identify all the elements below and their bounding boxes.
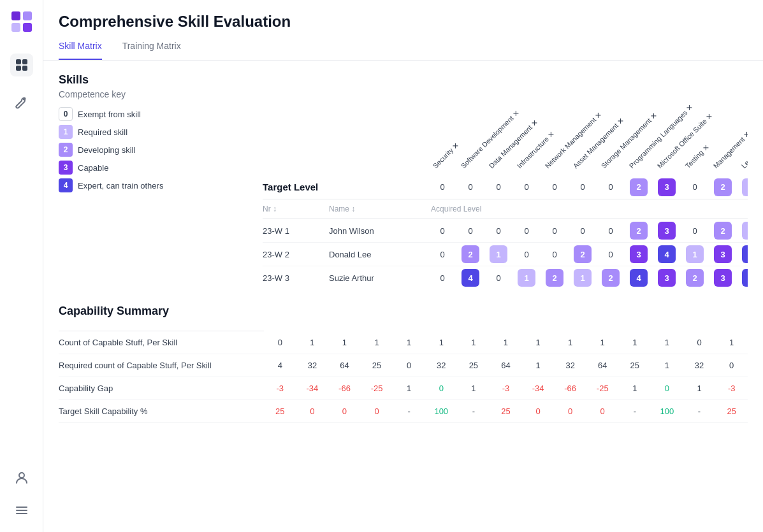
cap-cell: 1 (715, 331, 748, 354)
col-header-software-development: Software Development ✕ (456, 73, 484, 175)
col-header-label: Management ✕ (712, 150, 732, 170)
legend-label-0: Exempt from skill (78, 110, 141, 119)
cell-badge: 3 (714, 269, 732, 287)
legend-item-0: 0 Exempt from skill (59, 107, 237, 121)
svg-point-9 (19, 473, 24, 478)
sidebar-item-menu[interactable] (10, 499, 33, 522)
cap-cell: 100 (651, 400, 683, 423)
cap-cell: 1 (522, 354, 555, 377)
matrix-cell: 3 (653, 175, 681, 199)
matrix-table: Security ✕Software Development ✕Data Man… (263, 73, 748, 289)
cell-badge: 1 (742, 222, 748, 240)
matrix-cell: 0 (456, 219, 484, 243)
matrix-cell: 3 (625, 243, 653, 266)
matrix-cell: 2 (625, 219, 653, 243)
cap-row: Capability Gap-3-34-66-25101-3-34-66-251… (59, 377, 748, 400)
tab-training-matrix[interactable]: Training Matrix (122, 41, 181, 60)
cap-cell: - (458, 400, 490, 423)
cap-cell: 1 (393, 377, 425, 400)
page-title: Comprehensive Skill Evaluation (59, 13, 748, 31)
matrix-cell: 1 (681, 243, 709, 266)
cap-cell: 1 (554, 331, 586, 354)
cell-badge: 4 (742, 269, 748, 287)
table-header-row: Nr ↕Name ↕Acquired Level (263, 199, 748, 219)
cap-cell: -66 (554, 377, 586, 400)
matrix-cell: 0 (681, 219, 709, 243)
cap-header-row (59, 326, 748, 331)
legend-item-3: 3 Capable (59, 161, 237, 175)
row-nr: 23-W 2 (263, 243, 326, 266)
matrix-cell: 4 (737, 243, 748, 266)
cap-cell: 25 (361, 354, 393, 377)
row-nr: 23-W 3 (263, 266, 326, 290)
cap-cell: -3 (715, 377, 748, 400)
tab-skill-matrix[interactable]: Skill Matrix (59, 41, 102, 60)
matrix-cell: 0 (428, 243, 456, 266)
matrix-cell: 0 (484, 266, 512, 290)
legend-label-2: Developing skill (78, 145, 135, 155)
col-header-empty-1 (263, 73, 326, 175)
sidebar-item-tools[interactable] (10, 92, 33, 115)
col-acquired: Acquired Level (428, 199, 748, 219)
cell-badge: 2 (686, 269, 704, 287)
sidebar-item-dashboard[interactable] (10, 54, 33, 76)
matrix-cell: 0 (428, 219, 456, 243)
matrix-cell: 3 (709, 243, 737, 266)
cap-cell: 64 (490, 354, 522, 377)
target-level-label: Target Level (263, 175, 428, 199)
cap-cell: -25 (586, 377, 619, 400)
matrix-cell: 0 (541, 219, 569, 243)
cap-row-label: Required count of Capable Stuff, Per Ski… (59, 354, 264, 377)
legend-badge-2: 2 (59, 143, 73, 157)
logo[interactable] (10, 10, 33, 33)
matrix-cell: 0 (428, 175, 456, 199)
cap-cell: 1 (361, 331, 393, 354)
sidebar-bottom (10, 466, 33, 522)
cap-cell: 1 (328, 331, 361, 354)
capability-body: Count of Capable Stuff, Per Skill0111111… (59, 326, 748, 423)
matrix-cell: 0 (456, 175, 484, 199)
capability-title: Capability Summary (59, 305, 748, 318)
matrix-cell: 0 (681, 175, 709, 199)
matrix-cell: 0 (597, 175, 625, 199)
cap-cell: 1 (651, 331, 683, 354)
sidebar-item-profile[interactable] (10, 466, 33, 489)
legend-item-1: 1 Required skill (59, 125, 237, 139)
cap-cell: 0 (328, 400, 361, 423)
cap-cell: 25 (619, 354, 651, 377)
target-level-row: Target Level000000023021304 (263, 175, 748, 199)
matrix-cell: 3 (653, 219, 681, 243)
svg-rect-2 (11, 23, 20, 32)
cap-cell: 1 (619, 331, 651, 354)
cap-cell: -34 (522, 377, 555, 400)
capability-table: Count of Capable Stuff, Per Skill0111111… (59, 326, 748, 423)
cap-cell: 32 (554, 354, 586, 377)
cap-cell: -34 (296, 377, 329, 400)
matrix-cell: 2 (541, 266, 569, 290)
cap-cell: 1 (651, 354, 683, 377)
cap-cell: 0 (651, 377, 683, 400)
cap-cell: 1 (393, 331, 425, 354)
cap-row-label: Capability Gap (59, 377, 264, 400)
col-header-label: Security ✕ (432, 150, 451, 170)
matrix-cell: 2 (456, 243, 484, 266)
svg-point-8 (23, 98, 25, 100)
matrix-cell: 0 (569, 219, 597, 243)
col-header-network-management: Network Management ✕ (541, 73, 569, 175)
col-header-label: Infrastructure ✕ (516, 150, 535, 170)
matrix-cell: 0 (484, 175, 512, 199)
cell-badge: 3 (714, 245, 732, 263)
cap-cell: 1 (522, 331, 555, 354)
cap-cell: 0 (296, 400, 329, 423)
cap-cell: 0 (522, 400, 555, 423)
table-row: 23-W 3Suzie Arthur040121243234312 (263, 266, 748, 290)
matrix-cell: 2 (597, 266, 625, 290)
matrix-cell: 4 (653, 243, 681, 266)
col-header-leadership: Leadership ✕ (737, 73, 748, 175)
legend-item-2: 2 Developing skill (59, 143, 237, 157)
cell-badge: 4 (742, 245, 748, 263)
cap-cell: 32 (296, 354, 329, 377)
name-label: Name ↕ (329, 205, 355, 213)
col-header-label: Microsoft Office Suite ✕ (656, 150, 676, 170)
main-content: Comprehensive Skill Evaluation Skill Mat… (43, 0, 763, 532)
